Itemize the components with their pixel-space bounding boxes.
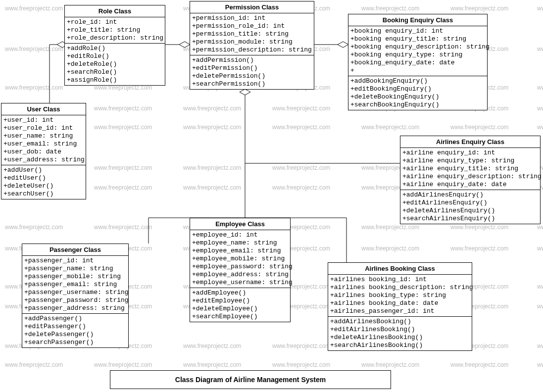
svg-marker-4 [179,42,190,48]
class-attrs: +user_id: int+user_role_id: int+user_nam… [1,115,86,165]
class-attrs: +employee_id: int+employee_name: string+… [190,230,290,288]
class-permission: Permission Class +permission_id: int+per… [190,1,314,90]
class-ops: +addRole()+editRole()+deleteRole()+searc… [65,44,165,85]
class-title: Airlines Booking Class [328,263,472,275]
svg-marker-6 [338,42,348,48]
class-attrs: +airline enquiry_id: int+airline enquiry… [400,148,540,190]
class-title: Permission Class [190,1,314,13]
class-ops: +addPermission()+editPermission()+delete… [190,55,314,89]
class-ops: +addEmployee()+editEmployee()+deleteEmpl… [190,288,290,322]
class-title: Passenger Class [22,244,128,256]
class-attrs: +airlines booking_id: int+airlines booki… [328,275,472,317]
class-airlines-booking: Airlines Booking Class +airlines booking… [328,262,472,351]
diagram-caption: Class Diagram of Airline Management Syst… [110,370,391,389]
class-attrs: +role_id: int+role_title: string+role_de… [65,17,165,44]
class-user: User Class +user_id: int+user_role_id: i… [1,103,86,199]
class-attrs: +booking enquiry_id: int+booking enquiry… [348,26,487,76]
class-employee: Employee Class +employee_id: int+employe… [190,218,291,322]
class-attrs: +passenger_id: int+passenger_name: strin… [22,256,128,314]
class-airlines-enquiry: Airlines Enquiry Class +airline enquiry_… [400,136,541,224]
class-ops: +addPassenger()+editPassenger()+deletePa… [22,314,128,347]
class-role: Role Class +role_id: int+role_title: str… [64,5,165,86]
svg-marker-7 [240,89,250,95]
class-booking-enquiry: Booking Enquiry Class +booking enquiry_i… [348,14,488,110]
caption-text: Class Diagram of Airline Management Syst… [175,376,326,384]
class-ops: +addAirlinesEnquiry()+editAirlinesEnquir… [400,190,540,224]
class-title: Airlines Enquiry Class [400,136,540,148]
class-title: Employee Class [190,218,290,230]
class-ops: +addUser()+editUser()+deleteUser()+searc… [1,165,86,199]
class-title: Booking Enquiry Class [348,14,487,26]
class-ops: +addBookingEnquiry()+editBookingEnquiry(… [348,76,487,110]
class-attrs: +permission_id: int+permission_role_id: … [190,13,314,55]
class-title: User Class [1,103,86,115]
class-title: Role Class [65,5,165,17]
class-ops: +addAirlinesBooking()+editAirlinesBookin… [328,317,472,350]
class-passenger: Passenger Class +passenger_id: int+passe… [22,244,129,348]
